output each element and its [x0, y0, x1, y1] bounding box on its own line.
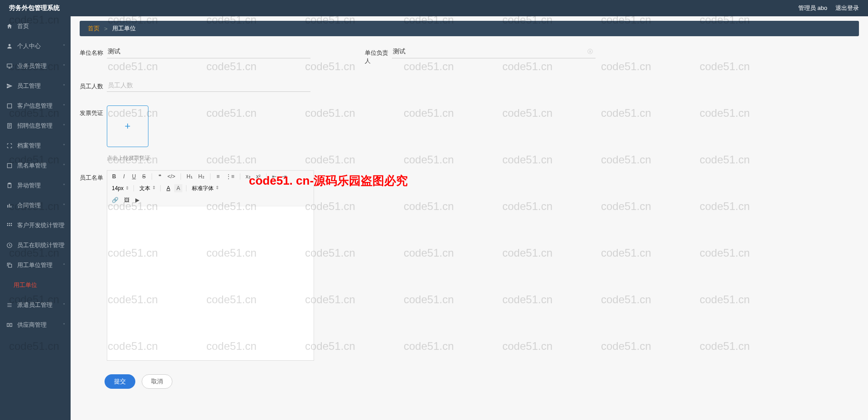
chevron-down-icon: ˅: [63, 183, 65, 188]
form-area: 单位名称 单位负责人 ⓧ 员工人数: [80, 36, 859, 389]
breadcrumb-sep: >: [104, 25, 108, 32]
sidebar-item-label: 业务员管理: [17, 62, 47, 70]
strike-button[interactable]: S: [140, 172, 148, 181]
sidebar-item-合同管理[interactable]: 合同管理˅: [0, 196, 71, 215]
field-unit-name: 单位名称: [80, 45, 310, 65]
breadcrumb-home[interactable]: 首页: [88, 24, 100, 33]
sidebar-item-员工在职统计管理[interactable]: 员工在职统计管理˅: [0, 235, 71, 255]
bold-button[interactable]: B: [110, 172, 118, 181]
indent-button[interactable]: ⇤: [270, 172, 278, 181]
sidebar-item-首页[interactable]: 首页: [0, 16, 71, 36]
svg-point-0: [9, 44, 11, 46]
sup-button[interactable]: x²: [254, 172, 262, 181]
font-family-select[interactable]: 标准字体: [190, 185, 220, 192]
sub-button[interactable]: x₂: [244, 172, 253, 181]
ol-button[interactable]: ≡: [214, 172, 222, 181]
chevron-down-icon: ˅: [63, 64, 65, 69]
sidebar-item-label: 档案管理: [17, 142, 41, 150]
logout-button[interactable]: 退出登录: [835, 4, 859, 12]
field-emp-count: 员工人数: [80, 79, 310, 92]
sidebar-item-招聘信息管理[interactable]: 招聘信息管理˅: [0, 116, 71, 136]
submit-button[interactable]: 提交: [105, 374, 135, 389]
sidebar-item-业务员管理[interactable]: 业务员管理˅: [0, 56, 71, 76]
svg-rect-1: [7, 64, 12, 67]
image-button[interactable]: 🖼: [122, 196, 131, 204]
button-row: 提交 取消: [105, 374, 859, 389]
emp-count-input[interactable]: [107, 79, 310, 91]
clear-icon[interactable]: ⓧ: [587, 48, 593, 56]
copy-icon: [6, 262, 13, 268]
unit-name-input[interactable]: [107, 45, 310, 58]
grid-icon: [6, 222, 13, 229]
field-invoice: 发票凭证 + 点击上传发票凭证: [80, 105, 150, 162]
sidebar-item-label: 供应商管理: [17, 321, 47, 329]
sidebar-item-派遣员工管理[interactable]: 派遣员工管理˅: [0, 295, 71, 315]
outdent-button[interactable]: ⇥: [280, 172, 288, 181]
header-right: 管理员 abo 退出登录: [798, 4, 859, 12]
chevron-down-icon: ˅: [63, 243, 65, 248]
sidebar-item-label: 招聘信息管理: [17, 122, 52, 130]
unit-name-label: 单位名称: [80, 45, 107, 57]
sidebar-item-供应商管理[interactable]: 供应商管理˅: [0, 315, 71, 335]
quote-button[interactable]: ❝: [156, 172, 164, 181]
plus-icon: +: [125, 120, 131, 132]
svg-rect-9: [10, 206, 11, 208]
sidebar-item-label: 个人中心: [17, 42, 41, 50]
text-type-select[interactable]: 文本: [138, 185, 157, 192]
send-icon: [6, 83, 13, 89]
chevron-up-icon: ˄: [63, 263, 65, 268]
chevron-down-icon: ˅: [63, 163, 65, 168]
svg-rect-18: [7, 324, 9, 327]
svg-rect-14: [9, 225, 10, 226]
svg-rect-8: [9, 204, 10, 208]
sidebar-item-label: 客户开发统计管理: [17, 221, 64, 229]
sidebar-item-label: 员工管理: [17, 82, 41, 90]
sidebar-item-label: 异动管理: [17, 181, 41, 190]
chevron-down-icon: ˅: [63, 203, 65, 208]
field-emp-list: 员工名单 B I U S ❝ </> H₁ H₂ ≡: [80, 170, 314, 361]
text-color-button[interactable]: A: [164, 184, 172, 192]
sidebar-item-客户开发统计管理[interactable]: 客户开发统计管理˅: [0, 215, 71, 235]
breadcrumb: 首页 > 用工单位: [80, 21, 859, 36]
sidebar-item-客户信息管理[interactable]: 客户信息管理˅: [0, 96, 71, 116]
ul-button[interactable]: ⋮≡: [224, 172, 236, 181]
sidebar-item-label: 合同管理: [17, 201, 41, 210]
sidebar-item-黑名单管理[interactable]: 黑名单管理˅: [0, 156, 71, 176]
upload-box[interactable]: +: [107, 105, 148, 147]
sidebar-item-异动管理[interactable]: 异动管理˅: [0, 176, 71, 196]
cards-icon: [6, 322, 13, 328]
link-button[interactable]: 🔗: [110, 196, 120, 204]
user-icon: [6, 43, 13, 49]
sidebar-item-label: 用工单位管理: [17, 261, 52, 269]
svg-rect-7: [7, 205, 8, 208]
emp-list-label: 员工名单: [80, 170, 107, 182]
svg-rect-12: [11, 223, 12, 224]
chevron-down-icon: ˅: [63, 44, 65, 49]
bg-color-button[interactable]: A: [174, 184, 182, 192]
chevron-down-icon: ˅: [63, 84, 65, 89]
rich-editor: B I U S ❝ </> H₁ H₂ ≡ ⋮≡ x₂: [107, 170, 314, 361]
sidebar-item-档案管理[interactable]: 档案管理˅: [0, 136, 71, 156]
font-size-select[interactable]: 14px: [110, 185, 130, 192]
unit-owner-input[interactable]: [392, 45, 596, 58]
svg-rect-17: [9, 264, 12, 267]
h2-button[interactable]: H₂: [196, 172, 206, 181]
cancel-button[interactable]: 取消: [142, 374, 172, 389]
underline-button[interactable]: U: [130, 172, 138, 181]
doc-icon: [6, 123, 13, 129]
sidebar-item-个人中心[interactable]: 个人中心˅: [0, 36, 71, 56]
frame-icon: [6, 162, 13, 169]
chevron-down-icon: ˅: [63, 303, 65, 308]
app-header: 劳务外包管理系统 管理员 abo 退出登录: [0, 0, 868, 16]
editor-body[interactable]: [107, 206, 314, 360]
sidebar-item-员工管理[interactable]: 员工管理˅: [0, 76, 71, 96]
code-button[interactable]: </>: [166, 172, 177, 181]
video-button[interactable]: ▶: [133, 196, 141, 204]
sidebar-subitem-用工单位[interactable]: 用工单位: [0, 275, 71, 295]
scan-icon: [6, 143, 13, 149]
italic-button[interactable]: I: [120, 172, 128, 181]
admin-label[interactable]: 管理员 abo: [798, 4, 827, 12]
sidebar-item-用工单位管理[interactable]: 用工单位管理˄: [0, 255, 71, 275]
h1-button[interactable]: H₁: [185, 172, 195, 181]
emp-count-label: 员工人数: [80, 79, 107, 91]
